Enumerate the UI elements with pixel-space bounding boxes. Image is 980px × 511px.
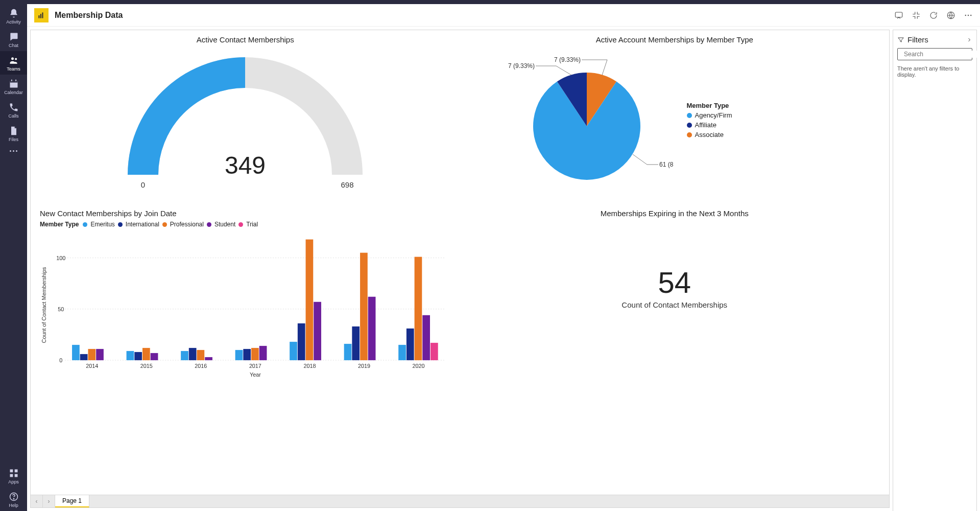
svg-text:50: 50	[58, 306, 64, 312]
sidebar-item-calendar[interactable]: Calendar	[0, 75, 27, 98]
filters-search[interactable]	[897, 48, 972, 60]
svg-point-0	[11, 57, 14, 60]
svg-rect-57	[407, 329, 414, 360]
svg-rect-9	[14, 474, 17, 477]
sidebar-item-activity[interactable]: Activity	[0, 4, 27, 28]
report-area: Active Contact Memberships 349 0 698	[27, 27, 893, 511]
gauge-visual[interactable]: Active Contact Memberships 349 0 698	[31, 30, 460, 204]
sidebar-label: Files	[9, 137, 18, 142]
svg-rect-5	[15, 80, 16, 81]
report-canvas: Active Contact Memberships 349 0 698	[30, 30, 890, 495]
svg-rect-29	[96, 349, 104, 360]
sidebar-label: Chat	[9, 43, 18, 48]
svg-rect-56	[398, 345, 406, 360]
filters-search-input[interactable]	[904, 51, 980, 58]
legend-item[interactable]: Associate	[687, 131, 732, 138]
svg-point-17	[965, 14, 966, 15]
svg-text:0: 0	[59, 357, 62, 363]
svg-point-11	[13, 499, 14, 499]
svg-rect-14	[42, 12, 43, 18]
pie-slice-label: 61 (81.33%)	[659, 161, 674, 168]
more-options-icon[interactable]	[964, 11, 973, 20]
svg-rect-58	[415, 257, 422, 360]
sidebar-label: Calendar	[4, 90, 23, 95]
chevron-right-icon	[966, 37, 972, 43]
svg-rect-4	[11, 80, 12, 81]
sidebar-item-calls[interactable]: Calls	[0, 98, 27, 122]
pie-title: Active Account Memberships by Member Typ…	[469, 35, 880, 44]
card-label: Count of Contact Memberships	[622, 300, 727, 309]
svg-text:2018: 2018	[303, 363, 316, 369]
sidebar-label: Calls	[8, 113, 18, 119]
filters-header[interactable]: Filters	[897, 35, 972, 44]
sidebar-item-chat[interactable]: Chat	[0, 28, 27, 51]
more-icon[interactable]	[10, 145, 17, 157]
apps-icon	[9, 468, 19, 478]
svg-rect-28	[88, 349, 95, 360]
refresh-icon[interactable]	[929, 11, 938, 20]
svg-rect-44	[259, 346, 267, 360]
gauge-max: 698	[341, 180, 354, 189]
bar-title: New Contact Memberships by Join Date	[40, 209, 451, 218]
svg-point-19	[970, 14, 971, 15]
svg-rect-6	[10, 470, 13, 473]
powerbi-icon	[34, 8, 49, 22]
svg-rect-42	[243, 349, 251, 360]
sidebar-label: Teams	[7, 66, 20, 72]
bar-legend: Member Type Emeritus International Profe…	[40, 221, 451, 228]
sidebar-item-teams[interactable]: Teams	[0, 51, 27, 75]
conversation-icon[interactable]	[894, 11, 903, 20]
bar-visual[interactable]: New Contact Memberships by Join Date Mem…	[31, 204, 460, 495]
sidebar-label: Help	[9, 503, 18, 508]
globe-icon[interactable]	[946, 11, 955, 20]
file-icon	[9, 126, 19, 136]
svg-rect-27	[80, 354, 88, 360]
sidebar-item-help[interactable]: Help	[0, 487, 27, 511]
help-icon	[9, 492, 19, 502]
svg-rect-8	[10, 474, 13, 477]
app-topbar	[0, 0, 980, 4]
gauge-min: 0	[141, 180, 145, 189]
svg-rect-7	[14, 470, 17, 473]
pie-visual[interactable]: Active Account Memberships by Member Typ…	[460, 30, 890, 204]
pie-chart: 7 (9.33%) 7 (9.33%) 61 (81.33%)	[469, 47, 674, 195]
svg-rect-34	[151, 353, 158, 360]
svg-rect-3	[10, 81, 17, 82]
page-tab[interactable]: Page 1	[55, 495, 89, 507]
svg-text:2017: 2017	[249, 363, 261, 369]
gauge-value: 349	[225, 152, 266, 179]
app-root: Activity Chat Teams Calendar Calls	[0, 0, 980, 511]
next-page-button[interactable]: ›	[43, 495, 55, 507]
prev-page-button[interactable]: ‹	[31, 495, 43, 507]
phone-icon	[9, 102, 19, 112]
card-visual[interactable]: Memberships Expiring in the Next 3 Month…	[460, 204, 890, 495]
sidebar-label: Apps	[8, 479, 19, 484]
sidebar-item-files[interactable]: Files	[0, 122, 27, 145]
svg-rect-36	[181, 351, 188, 360]
svg-rect-38	[197, 350, 205, 360]
sidebar-label: Activity	[6, 19, 21, 25]
header-actions	[894, 11, 973, 20]
svg-rect-60	[431, 343, 438, 360]
teams-icon	[9, 55, 19, 65]
svg-rect-31	[127, 351, 134, 360]
svg-text:2016: 2016	[195, 363, 207, 369]
content-wrap: Active Contact Memberships 349 0 698	[27, 27, 980, 511]
chat-icon	[9, 32, 19, 42]
sidebar-item-apps[interactable]: Apps	[0, 464, 27, 487]
svg-rect-52	[352, 327, 360, 360]
calendar-icon	[9, 79, 19, 89]
collapse-icon[interactable]	[912, 11, 921, 20]
svg-rect-37	[189, 348, 197, 360]
pie-slice-label: 7 (9.33%)	[508, 62, 534, 69]
legend-item[interactable]: Affiliate	[687, 121, 732, 129]
legend-item[interactable]: Agency/Firm	[687, 111, 732, 119]
page-tabs: ‹ › Page 1	[30, 495, 890, 508]
svg-rect-26	[72, 345, 80, 360]
svg-rect-43	[251, 348, 259, 360]
card-title: Memberships Expiring in the Next 3 Month…	[469, 209, 880, 218]
report-title: Membership Data	[55, 11, 123, 20]
svg-point-18	[968, 14, 969, 15]
svg-rect-49	[314, 302, 321, 360]
gauge-chart: 349 0 698	[112, 47, 378, 190]
